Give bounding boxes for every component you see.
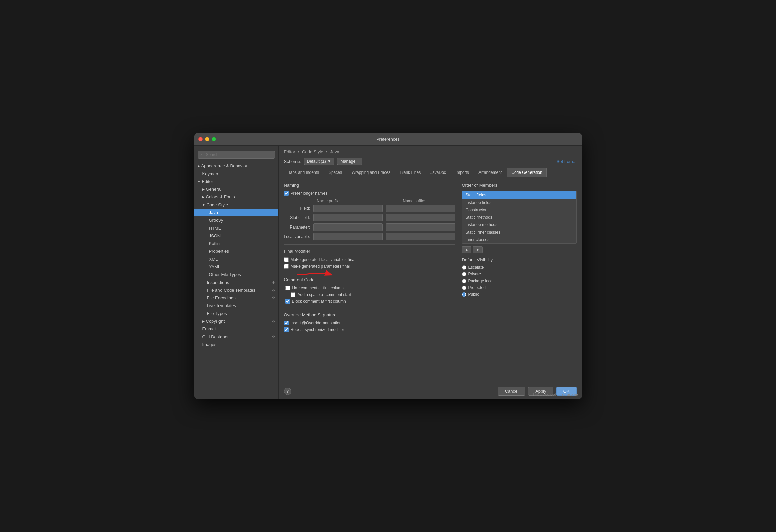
cc-checkbox-0[interactable] [285, 286, 290, 290]
field-prefix-0[interactable] [313, 205, 383, 212]
sidebar-item-code-style[interactable]: ▼ Code Style [194, 201, 278, 209]
sidebar-item-general[interactable]: ▶ General [194, 185, 278, 193]
settings-icon: ⚙ [272, 296, 275, 300]
om-checkbox-0[interactable] [284, 321, 289, 325]
prefer-longer-row: Prefer longer names [284, 191, 455, 196]
field-prefix-3[interactable] [313, 233, 383, 240]
tab-spaces[interactable]: Spaces [324, 168, 346, 177]
sidebar-item-colors-fonts[interactable]: ▶ Colors & Fonts [194, 193, 278, 201]
help-button[interactable]: ? [284, 388, 291, 395]
sidebar-item-label: General [206, 187, 275, 192]
field-prefix-1[interactable] [313, 214, 383, 221]
sidebar-item-label: Properties [209, 249, 275, 254]
sidebar-item-label: File and Code Templates [207, 288, 270, 293]
search-input[interactable] [198, 151, 275, 159]
visibility-public: Public [462, 292, 577, 297]
visibility-radio-public[interactable] [462, 292, 466, 297]
sidebar-item-label: YAML [209, 264, 275, 269]
maximize-button[interactable] [212, 137, 216, 141]
panel-right: Order of Members Static fields Instance … [462, 183, 577, 377]
order-item-6[interactable]: Inner classes [462, 236, 576, 243]
tab-arrangement[interactable]: Arrangement [474, 168, 506, 177]
chevron-right-icon: ▶ [198, 164, 200, 168]
sidebar-item-copyright[interactable]: ▶ Copyright ⚙ [194, 317, 278, 325]
panel-left: Naming Prefer longer names Name prefix: … [284, 183, 455, 377]
main-content: ⌕ ▶ Appearance & Behavior Keymap ▼ Edito… [194, 146, 582, 399]
visibility-radio-protected[interactable] [462, 286, 466, 290]
sidebar-item-gui-designer[interactable]: GUI Designer ⚙ [194, 333, 278, 341]
cc-item-2: Block comment at first column [284, 299, 455, 304]
breadcrumb: Editor › Code Style › Java [279, 146, 582, 156]
sidebar-item-other-file-types[interactable]: Other File Types [194, 271, 278, 278]
fm-item-0: Make generated local variables final [284, 257, 455, 262]
order-item-0[interactable]: Static fields [462, 191, 576, 199]
close-button[interactable] [198, 137, 203, 141]
chevron-right-icon: ▶ [202, 320, 205, 323]
ok-button[interactable]: OK [556, 387, 577, 396]
field-prefix-2[interactable] [313, 223, 383, 231]
tab-wrapping-braces[interactable]: Wrapping and Braces [347, 168, 395, 177]
om-checkbox-1[interactable] [284, 327, 289, 332]
sidebar-item-live-templates[interactable]: Live Templates [194, 302, 278, 310]
tab-blank-lines[interactable]: Blank Lines [395, 168, 425, 177]
tab-javadoc[interactable]: JavaDoc [426, 168, 450, 177]
minimize-button[interactable] [205, 137, 209, 141]
cc-checkbox-2[interactable] [285, 299, 290, 304]
order-item-4[interactable]: Instance methods [462, 221, 576, 229]
fm-checkbox-1[interactable] [284, 264, 289, 269]
sidebar-item-label: Groovy [209, 218, 275, 223]
visibility-radio-private[interactable] [462, 272, 466, 276]
order-of-members-list: Static fields Instance fields Constructo… [462, 191, 577, 244]
sidebar-item-inspections[interactable]: Inspections ⚙ [194, 278, 278, 286]
sidebar-item-properties[interactable]: Properties [194, 247, 278, 255]
sidebar-item-groovy[interactable]: Groovy [194, 216, 278, 224]
cc-label-0: Line comment at first column [292, 286, 344, 290]
visibility-radio-package-local[interactable] [462, 279, 466, 283]
order-item-3[interactable]: Static methods [462, 214, 576, 221]
field-suffix-3[interactable] [386, 233, 455, 240]
sidebar-item-json[interactable]: JSON [194, 232, 278, 240]
sidebar-item-kotlin[interactable]: Kotlin [194, 240, 278, 247]
cancel-button[interactable]: Cancel [498, 387, 525, 396]
sidebar-item-html[interactable]: HTML [194, 224, 278, 232]
move-down-button[interactable]: ▼ [473, 246, 483, 253]
manage-button[interactable]: Manage... [337, 158, 362, 165]
dropdown-arrow-icon: ▼ [327, 159, 331, 164]
name-suffix-header: Name suffix: [373, 198, 455, 203]
field-suffix-0[interactable] [386, 205, 455, 212]
field-suffix-1[interactable] [386, 214, 455, 221]
scheme-dropdown[interactable]: Default (1) ▼ [304, 158, 334, 165]
om-item-0: Insert @Override annotation [284, 321, 455, 325]
sidebar-item-yaml[interactable]: YAML [194, 263, 278, 271]
cc-checkbox-1[interactable] [291, 292, 295, 297]
breadcrumb-editor: Editor [284, 149, 295, 154]
sidebar-item-appearance[interactable]: ▶ Appearance & Behavior [194, 162, 278, 170]
fm-item-1: Make generated parameters final [284, 264, 455, 269]
set-from-link[interactable]: Set from... [557, 159, 577, 164]
apply-button[interactable]: Apply [528, 387, 553, 396]
sidebar-item-keymap[interactable]: Keymap [194, 170, 278, 178]
sidebar-item-label: Copyright [206, 319, 270, 324]
sidebar-item-images[interactable]: Images [194, 341, 278, 348]
prefer-longer-checkbox[interactable] [284, 191, 289, 196]
sidebar-item-emmet[interactable]: Emmet [194, 325, 278, 333]
sidebar-item-file-code-templates[interactable]: File and Code Templates ⚙ [194, 286, 278, 294]
visibility-radio-escalate[interactable] [462, 265, 466, 270]
tab-imports[interactable]: Imports [451, 168, 473, 177]
sidebar-item-file-types[interactable]: File Types [194, 310, 278, 317]
sidebar-item-xml[interactable]: XML [194, 255, 278, 263]
sidebar-item-editor[interactable]: ▼ Editor [194, 178, 278, 185]
order-item-1[interactable]: Instance fields [462, 199, 576, 206]
sidebar-item-java[interactable]: Java [194, 209, 278, 216]
tab-code-generation[interactable]: Code Generation [507, 168, 546, 177]
move-up-button[interactable]: ▲ [462, 246, 472, 253]
order-item-5[interactable]: Static inner classes [462, 229, 576, 236]
field-suffix-2[interactable] [386, 223, 455, 231]
fm-checkbox-0[interactable] [284, 257, 289, 262]
tab-tabs-indents[interactable]: Tabs and Indents [284, 168, 324, 177]
sidebar-item-file-encodings[interactable]: File Encodings ⚙ [194, 294, 278, 302]
prefer-longer-label: Prefer longer names [291, 191, 328, 196]
order-item-2[interactable]: Constructors [462, 206, 576, 214]
scheme-value: Default (1) [307, 159, 326, 164]
sidebar-item-label: Other File Types [209, 272, 275, 277]
